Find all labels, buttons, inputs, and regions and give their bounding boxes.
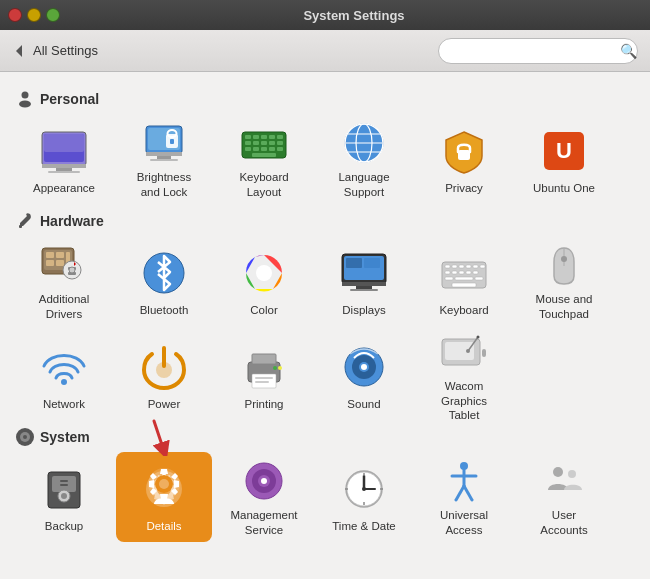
appearance-item[interactable]: Appearance [16,114,112,204]
svg-rect-69 [466,265,471,268]
power-icon [138,341,190,393]
language-support-item[interactable]: LanguageSupport [316,114,412,204]
svg-rect-80 [452,283,476,287]
universal-access-icon [438,458,490,504]
network-item[interactable]: Network [16,330,112,420]
management-service-label: ManagementService [230,508,297,538]
svg-rect-66 [445,265,450,268]
details-item[interactable]: Details [116,452,212,542]
svg-rect-48 [46,260,54,266]
window-controls[interactable] [8,8,60,22]
color-label: Color [250,303,277,318]
user-accounts-label: UserAccounts [540,508,587,538]
backup-label: Backup [45,519,83,534]
svg-rect-60 [342,282,386,286]
ubuntu-one-item[interactable]: U Ubuntu One [516,114,612,204]
displays-icon [338,247,390,299]
close-button[interactable] [8,8,22,22]
all-settings-label: All Settings [33,43,98,58]
privacy-item[interactable]: Privacy [416,114,512,204]
system-items-grid: Backup [16,452,634,542]
color-item[interactable]: Color [216,236,312,326]
time-date-item[interactable]: Time & Date [316,452,412,542]
svg-line-141 [464,486,472,500]
network-label: Network [43,397,85,412]
svg-rect-86 [252,354,276,364]
management-service-item[interactable]: ManagementService [216,452,312,542]
svg-point-54 [69,267,75,273]
svg-rect-113 [60,480,68,482]
search-input[interactable] [447,43,615,58]
svg-rect-43 [19,225,22,228]
section-hardware-label: Hardware [40,213,104,229]
svg-rect-5 [44,134,84,152]
svg-rect-23 [245,141,251,145]
svg-rect-78 [455,277,473,280]
svg-rect-70 [473,265,478,268]
svg-point-127 [261,478,267,484]
svg-point-99 [466,349,470,353]
printing-item[interactable]: Printing [216,330,312,420]
svg-rect-33 [252,153,276,157]
power-item[interactable]: Power [116,330,212,420]
svg-rect-18 [245,135,251,139]
keyboard-item[interactable]: Keyboard [416,236,512,326]
backup-item[interactable]: Backup [16,452,112,542]
additional-drivers-icon [38,242,90,288]
keyboard-layout-icon [238,120,290,166]
all-settings-button[interactable]: All Settings [12,43,98,59]
svg-text:U: U [556,138,572,163]
svg-rect-76 [473,271,478,274]
minimize-button[interactable] [27,8,41,22]
ubuntu-one-label: Ubuntu One [533,181,595,196]
svg-rect-13 [150,159,178,161]
printing-icon [238,341,290,393]
svg-point-95 [361,364,367,370]
additional-drivers-item[interactable]: AdditionalDrivers [16,236,112,326]
svg-rect-63 [346,258,362,268]
user-accounts-icon [538,458,590,504]
svg-rect-105 [24,429,26,432]
svg-rect-25 [261,141,267,145]
bluetooth-item[interactable]: Bluetooth [116,236,212,326]
section-personal-header: Personal [16,90,634,108]
svg-point-83 [61,379,67,385]
section-system-label: System [40,429,90,445]
window-title: System Settings [66,8,642,23]
svg-rect-46 [46,252,54,258]
svg-rect-22 [277,135,283,139]
main-content: Personal Appearance [0,72,650,579]
svg-rect-6 [42,164,86,168]
svg-rect-29 [253,147,259,151]
toolbar: All Settings 🔍 [0,30,650,72]
universal-access-item[interactable]: UniversalAccess [416,452,512,542]
backup-icon [38,463,90,515]
svg-rect-73 [452,271,457,274]
svg-rect-31 [269,147,275,151]
brightness-lock-item[interactable]: Brightnessand Lock [116,114,212,204]
svg-rect-71 [480,265,485,268]
user-accounts-item[interactable]: UserAccounts [516,452,612,542]
section-hardware-header: Hardware [16,212,634,230]
keyboard-layout-item[interactable]: KeyboardLayout [216,114,312,204]
mouse-touchpad-item[interactable]: Mouse andTouchpad [516,236,612,326]
power-label: Power [148,397,181,412]
search-box[interactable]: 🔍 [438,38,638,64]
displays-item[interactable]: Displays [316,236,412,326]
svg-rect-79 [475,277,483,280]
maximize-button[interactable] [46,8,60,22]
wacom-item[interactable]: WacomGraphicsTablet [416,330,512,420]
svg-rect-27 [277,141,283,145]
svg-rect-12 [157,156,171,159]
svg-point-112 [61,493,67,499]
printing-label: Printing [245,397,284,412]
back-arrow-icon [12,43,28,59]
additional-drivers-label: AdditionalDrivers [39,292,90,322]
svg-point-142 [553,467,563,477]
bluetooth-label: Bluetooth [140,303,189,318]
svg-rect-67 [452,265,457,268]
titlebar: System Settings [0,0,650,30]
section-system-header: System [16,428,634,446]
displays-label: Displays [342,303,385,318]
sound-item[interactable]: Sound [316,330,412,420]
